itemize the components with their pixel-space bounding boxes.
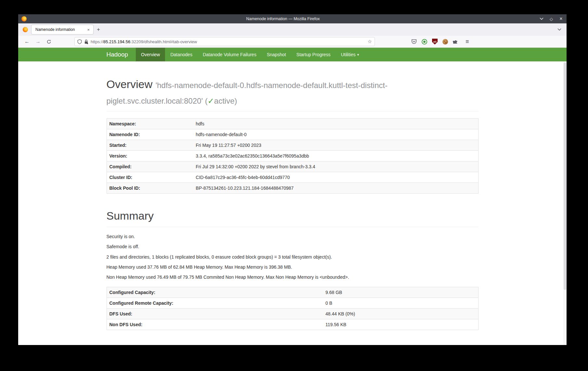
table-row: Cluster ID:CID-6a817c29-ac36-45fc-b4eb-6… xyxy=(107,172,478,183)
url-path: :32209/dfshealth.html#tab-overview xyxy=(130,39,197,44)
row-label: Configured Capacity: xyxy=(107,287,323,298)
new-tab-button[interactable]: + xyxy=(94,26,103,33)
row-label: Version: xyxy=(107,150,193,161)
row-value: Fri May 19 11:27:57 +0200 2023 xyxy=(193,140,478,150)
table-row: Configured Remote Capacity:0 B xyxy=(107,298,478,308)
table-row: Configured Capacity:9.68 GB xyxy=(107,287,478,298)
url-text[interactable]: https://85.215.194.56:32209/dfshealth.ht… xyxy=(91,39,366,44)
summary-header: Summary xyxy=(107,208,479,227)
row-value: 9.68 GB xyxy=(323,287,478,298)
table-row: Version:3.3.4, ra585a73c3e02ac62350c1366… xyxy=(107,150,478,161)
navbar-brand-hadoop[interactable]: Hadoop xyxy=(107,48,136,61)
summary-line: Safemode is off. xyxy=(107,244,479,249)
summary-line: 2 files and directories, 1 blocks (1 rep… xyxy=(107,255,479,260)
row-value: 119.56 KB xyxy=(323,319,478,330)
hamburger-menu-icon[interactable]: ≡ xyxy=(463,38,472,45)
row-label: Namespace: xyxy=(107,118,193,129)
firefox-window: Namenode information — Mozilla Firefox ◇… xyxy=(18,14,567,345)
table-row: Started:Fri May 19 11:27:57 +0200 2023 xyxy=(107,140,478,150)
row-value: hdfs-namenode-default-0 xyxy=(193,129,478,140)
extension-green-icon[interactable] xyxy=(422,39,427,45)
reload-button[interactable] xyxy=(44,39,54,44)
row-value: CID-6a817c29-ac36-45fc-b4eb-60dd41cd9770 xyxy=(193,172,478,183)
overview-title: Overview xyxy=(107,78,153,90)
hadoop-navbar: Hadoop Overview Datanodes Datanode Volum… xyxy=(18,48,567,61)
row-label: Non DFS Used: xyxy=(107,319,323,330)
ublock-origin-icon[interactable]: uO xyxy=(432,39,438,45)
tab-close-icon[interactable]: × xyxy=(86,27,91,32)
nav-tab-datanodes[interactable]: Datanodes xyxy=(165,48,198,61)
minimize-button[interactable] xyxy=(539,17,544,21)
summary-line: Heap Memory used 37.76 MB of 62.84 MB He… xyxy=(107,265,479,270)
overview-header: Overview 'hdfs-namenode-default-0.hdfs-n… xyxy=(107,76,479,111)
nav-tab-overview[interactable]: Overview xyxy=(136,48,165,61)
row-label: DFS Used: xyxy=(107,308,323,319)
row-label: Namenode ID: xyxy=(107,129,193,140)
list-all-tabs-button[interactable] xyxy=(557,28,561,31)
row-value: Fri Jul 29 14:32:00 +0200 2022 by stevel… xyxy=(193,161,478,172)
table-row: Compiled:Fri Jul 29 14:32:00 +0200 2022 … xyxy=(107,161,478,172)
window-title: Namenode information — Mozilla Firefox xyxy=(27,17,539,21)
scrollbar-thumb[interactable] xyxy=(564,62,566,290)
active-check-icon: ✓ xyxy=(208,96,214,105)
namenode-info-table: Namespace:hdfs Namenode ID:hdfs-namenode… xyxy=(107,118,479,194)
capacity-table: Configured Capacity:9.68 GB Configured R… xyxy=(107,287,479,330)
nav-tab-datanode-volume-failures[interactable]: Datanode Volume Failures xyxy=(198,48,262,61)
row-value: hdfs xyxy=(193,118,478,129)
table-row: Block Pool ID:BP-875134261-10.223.121.18… xyxy=(107,183,478,193)
title-bar: Namenode information — Mozilla Firefox ◇… xyxy=(18,14,567,23)
status-active: active xyxy=(214,96,235,105)
chevron-down-icon xyxy=(540,18,543,20)
back-button[interactable]: ← xyxy=(21,39,32,45)
row-label: Cluster ID: xyxy=(107,172,193,183)
firefox-icon xyxy=(21,16,27,21)
reload-icon xyxy=(46,39,51,44)
row-label: Block Pool ID: xyxy=(107,183,193,193)
page-title: Overview 'hdfs-namenode-default-0.hdfs-n… xyxy=(107,76,479,108)
lock-warning-icon[interactable] xyxy=(84,39,88,44)
nav-dropdown-utilities[interactable]: Utilities ▾ xyxy=(336,48,364,61)
nav-tab-snapshot[interactable]: Snapshot xyxy=(262,48,291,61)
forward-button[interactable]: → xyxy=(32,39,44,45)
pocket-icon[interactable] xyxy=(411,39,417,44)
summary-line: Non Heap Memory used 76.49 MB of 79.75 M… xyxy=(107,275,479,280)
table-row: Namenode ID:hdfs-namenode-default-0 xyxy=(107,129,478,140)
extensions-puzzle-icon[interactable] xyxy=(453,39,458,44)
summary-title: Summary xyxy=(107,208,479,224)
navigation-toolbar: ← → https://85.215.194.56:32209/dfshealt… xyxy=(18,36,567,48)
maximize-button[interactable]: ◇ xyxy=(549,17,554,21)
table-row: DFS Used:48.44 KB (0%) xyxy=(107,308,478,319)
url-bar[interactable]: https://85.215.194.56:32209/dfshealth.ht… xyxy=(74,37,375,46)
row-value: 3.3.4, ra585a73c3e02ac62350c136643a5e7f6… xyxy=(193,150,478,161)
shield-icon[interactable] xyxy=(77,39,82,44)
summary-line: Security is on. xyxy=(107,234,479,239)
row-label: Started: xyxy=(107,140,193,150)
table-row: Namespace:hdfs xyxy=(107,118,478,129)
nav-tab-startup-progress[interactable]: Startup Progress xyxy=(291,48,336,61)
url-protocol: https:// xyxy=(91,39,103,44)
row-label: Compiled: xyxy=(107,161,193,172)
cookie-extension-icon[interactable] xyxy=(442,39,448,45)
row-value: 0 B xyxy=(323,298,478,308)
row-value: BP-875134261-10.223.121.184-168448847098… xyxy=(193,183,478,193)
close-button[interactable]: × xyxy=(559,17,563,21)
firefox-icon xyxy=(23,27,28,32)
bookmark-star-icon[interactable]: ☆ xyxy=(366,39,372,45)
utilities-label: Utilities xyxy=(341,52,355,57)
chevron-down-icon xyxy=(557,28,561,31)
tab-namenode-information[interactable]: Namenode information × xyxy=(31,25,94,34)
tab-strip: Namenode information × + xyxy=(18,23,567,36)
page-content: Overview 'hdfs-namenode-default-0.hdfs-n… xyxy=(18,61,567,345)
row-value: 48.44 KB (0%) xyxy=(323,308,478,319)
caret-down-icon: ▾ xyxy=(357,53,359,57)
tab-title: Namenode information xyxy=(35,27,86,32)
row-label: Configured Remote Capacity: xyxy=(107,298,323,308)
page-scrollbar xyxy=(563,61,567,345)
summary-text: Security is on. Safemode is off. 2 files… xyxy=(107,234,479,280)
url-host: 85.215.194.56 xyxy=(103,39,130,44)
table-row: Non DFS Used:119.56 KB xyxy=(107,319,478,330)
